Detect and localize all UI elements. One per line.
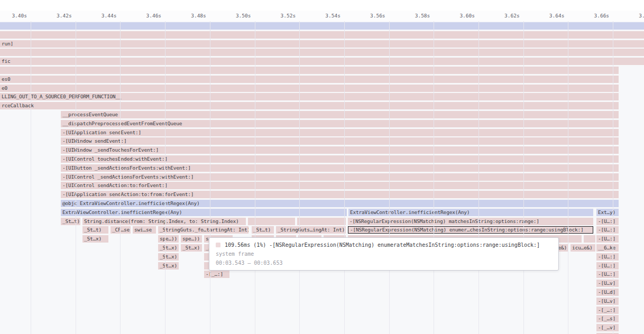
instruments-flame-graph-window: 3.40s3.42s3.44s3.46s3.48s3.50s3.52s3.54s… (0, 0, 644, 334)
flame-bar[interactable]: @objc ExtraViewController.inefficientReg… (61, 200, 619, 207)
gridline (568, 21, 568, 334)
flame-bar[interactable]: _StringGuts._fo…tartingAt: Int) (158, 226, 249, 234)
flame-bar[interactable]: -[UIWindow sendEvent:] (61, 137, 619, 145)
gridline (613, 21, 613, 334)
flame-bar[interactable]: spe…)) (158, 235, 179, 243)
flame-bar[interactable] (0, 49, 644, 56)
flame-bar[interactable]: -[UIApplication sendAction:to:from:forEv… (61, 191, 619, 198)
gridline (299, 21, 300, 334)
flame-bar[interactable]: icu…e&) (571, 244, 595, 252)
flame-bar[interactable]: __dispatchPreprocessedEventFromEventQueu… (61, 120, 619, 127)
flame-bar[interactable]: ExtraViewController.inefficientRegex(Any… (61, 209, 347, 216)
flame-bar[interactable]: _St…x) (82, 235, 108, 243)
gridline (76, 21, 76, 334)
flame-bar[interactable]: es0 (0, 76, 619, 83)
flame-bar[interactable]: -[U…v] (596, 298, 619, 305)
flame-bar[interactable]: _St…t) (61, 218, 80, 225)
flame-bar[interactable]: -[U…:] (596, 271, 619, 278)
flame-bar[interactable]: -[U…:] (596, 253, 619, 261)
flame-bar[interactable]: _St…x) (158, 253, 179, 261)
gridline (344, 21, 345, 334)
flame-bar[interactable]: -[U…v] (596, 280, 619, 287)
flame-bar[interactable]: String.distance(from: String.Index, to: … (82, 218, 246, 225)
flame-bar[interactable] (0, 67, 619, 74)
flame-bar[interactable] (584, 235, 595, 243)
flame-bar[interactable]: -[UIControl sendAction:to:forEvent:] (61, 182, 619, 189)
tooltip: 109.56ms (1%) -[NSRegularExpression(NSMa… (209, 237, 559, 271)
flame-bar[interactable]: -[UIWindow _sendTouchesForEvent:] (61, 146, 619, 154)
flame-bar[interactable]: -[_…v] (596, 324, 619, 331)
flame-bar[interactable]: LLING_OUT_TO_A_SOURCE0_PERFORM_FUNCTION_… (0, 93, 619, 100)
flame-bar[interactable]: ExtraViewController.inefficientRegex(Any… (348, 209, 593, 216)
flame-bar[interactable] (0, 22, 644, 30)
flame-bar[interactable]: Ext…y) (596, 209, 619, 216)
gridline (120, 21, 121, 334)
flame-bar[interactable]: -[U…:] (596, 235, 619, 243)
flame-bar[interactable]: spe…)) (181, 235, 202, 243)
gridline (31, 21, 31, 334)
flame-bar[interactable]: _St…x) (181, 244, 202, 252)
tooltip-title: 109.56ms (1%) -[NSRegularExpression(NSMa… (225, 241, 540, 249)
flame-bar[interactable]: fic (0, 58, 644, 65)
gridline (165, 21, 165, 334)
color-swatch-icon (216, 243, 220, 247)
flame-bar[interactable]: _St…x) (158, 262, 179, 270)
flame-bar[interactable]: -[UIControl touchesEnded:withEvent:] (61, 155, 619, 163)
flame-bar[interactable]: rceCallback (0, 102, 619, 109)
flame-bar[interactable]: -[_…:] (204, 271, 229, 278)
flame-bar[interactable]: _StringGuts…ingAt: Int) (276, 226, 346, 234)
flame-bar[interactable] (0, 31, 644, 39)
flame-bar[interactable]: e0 (0, 85, 619, 92)
gridline (434, 21, 434, 334)
flame-layer: run]fices0e0LLING_OUT_TO_A_SOURCE0_PERFO… (0, 0, 644, 334)
flame-bar[interactable]: -[U…:] (596, 226, 619, 234)
tooltip-time-range: 00:03.543 — 00:03.653 (216, 259, 552, 267)
flame-bar[interactable]: -[U…:] (596, 262, 619, 270)
tooltip-subtitle: system frame (216, 250, 552, 258)
gridline (479, 21, 479, 334)
flame-bar[interactable]: -[_…:] (596, 307, 619, 314)
flame-bar-selected[interactable]: -[NSRegularExpression(NSMatching) enumer… (348, 226, 593, 234)
flame-bar[interactable]: -[NSRegularExpression(NSMatching) matche… (348, 218, 593, 225)
flame-bar[interactable]: swi…se (133, 226, 156, 234)
flame-bar[interactable]: __6…ke (596, 244, 619, 252)
gridline (389, 21, 390, 334)
flame-bar[interactable]: -[UIButton _sendActionsForEvents:withEve… (61, 164, 619, 172)
flame-bar[interactable]: -[_…s] (596, 315, 619, 322)
flame-bar[interactable]: -[UIControl _sendActionsForEvents:withEv… (61, 173, 619, 181)
gridline (210, 21, 210, 334)
flame-bar[interactable]: _St…x) (158, 244, 179, 252)
gridline (523, 21, 524, 334)
flame-bar[interactable]: run] (0, 40, 644, 48)
flame-bar[interactable]: -[U…:] (596, 218, 619, 225)
flame-bar[interactable]: __processEventQueue (61, 111, 619, 118)
flame-bar[interactable]: -[U…d] (596, 289, 619, 296)
gridline (255, 21, 255, 334)
flame-bar[interactable]: -[UIApplication sendEvent:] (61, 129, 619, 136)
flame-bar[interactable] (297, 218, 346, 225)
flame-bar[interactable]: _St…t) (82, 226, 108, 234)
